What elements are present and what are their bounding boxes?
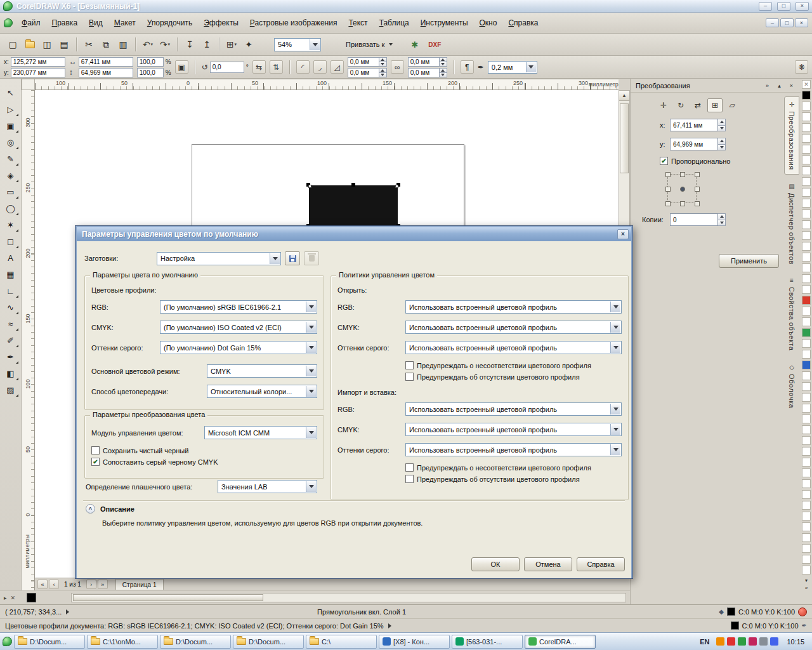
no-color-swatch[interactable]: ✕ bbox=[802, 80, 811, 89]
corner-node[interactable] bbox=[308, 185, 311, 188]
scrollbar-thumb[interactable] bbox=[73, 594, 263, 601]
color-swatch[interactable] bbox=[802, 404, 811, 413]
corner-chamfer-button[interactable]: ◿ bbox=[331, 60, 344, 74]
polygon-tool[interactable]: ✶ bbox=[3, 217, 19, 232]
spin-down-icon[interactable] bbox=[439, 72, 447, 77]
last-page-button[interactable]: » bbox=[98, 580, 108, 589]
save-preset-button[interactable] bbox=[285, 251, 300, 265]
menu-layout[interactable]: Макет bbox=[108, 15, 141, 30]
taskbar-item[interactable]: [Х8] - Кон... bbox=[379, 635, 450, 649]
import-policy-combo[interactable]: Использовать встроенный цветовой профиль bbox=[405, 423, 622, 436]
taskbar-item[interactable]: C:\1\onMo... bbox=[87, 635, 158, 649]
anchor-point[interactable] bbox=[665, 172, 671, 177]
color-swatch[interactable] bbox=[802, 199, 811, 208]
chevron-down-icon[interactable] bbox=[306, 386, 316, 397]
chevron-down-icon[interactable] bbox=[610, 342, 620, 353]
taskbar-item[interactable]: D:\Docum... bbox=[14, 635, 85, 649]
link-corners-button[interactable]: ∞ bbox=[391, 60, 404, 74]
options-button[interactable]: ✱ bbox=[411, 40, 418, 50]
mdi-restore-button[interactable]: □ bbox=[780, 18, 794, 27]
dialog-close-button[interactable]: × bbox=[617, 229, 629, 239]
paste-button[interactable]: ▥ bbox=[115, 37, 131, 52]
color-swatch[interactable] bbox=[802, 263, 811, 272]
tray-icon-6[interactable] bbox=[770, 637, 778, 646]
corner-node[interactable] bbox=[395, 185, 398, 188]
import-button[interactable]: ↧ bbox=[182, 37, 197, 52]
zoom-level-combo[interactable]: 54% bbox=[274, 38, 321, 51]
profile-combo[interactable]: (По умолчанию) sRGB IEC61966-2.1 bbox=[160, 300, 317, 314]
color-swatch[interactable] bbox=[802, 274, 811, 283]
color-swatch[interactable] bbox=[802, 188, 811, 197]
outline-width-combo[interactable]: 0,2 мм bbox=[488, 61, 537, 74]
delete-preset-button[interactable] bbox=[304, 251, 319, 265]
docker-side-tab[interactable]: ✛Преобразования bbox=[784, 96, 799, 175]
color-swatch[interactable] bbox=[802, 307, 811, 315]
menu-window[interactable]: Окно bbox=[474, 15, 503, 30]
rectangle-tool[interactable]: ▭ bbox=[3, 184, 19, 199]
color-swatch[interactable] bbox=[802, 296, 811, 305]
horizontal-scrollbar[interactable] bbox=[71, 593, 626, 602]
copies-field[interactable]: 0 bbox=[670, 213, 718, 226]
spin-down-icon[interactable] bbox=[717, 220, 726, 227]
mirror-vertical-button[interactable]: ⇅ bbox=[270, 60, 283, 74]
snap-to-dropdown[interactable]: Привязать к bbox=[340, 37, 398, 51]
menu-edit[interactable]: Правка bbox=[46, 15, 84, 30]
color-swatch[interactable] bbox=[802, 285, 811, 294]
corner-spinner[interactable] bbox=[440, 68, 447, 77]
shape-tool[interactable]: ▷ bbox=[3, 102, 19, 117]
copies-spinner[interactable] bbox=[718, 213, 726, 226]
anchor-point[interactable] bbox=[665, 187, 671, 192]
chevron-down-icon[interactable] bbox=[306, 481, 316, 492]
color-swatch[interactable] bbox=[802, 544, 811, 553]
position-tab[interactable]: ✛ bbox=[656, 98, 671, 112]
mirror-horizontal-button[interactable]: ⇆ bbox=[252, 60, 266, 74]
color-swatch[interactable] bbox=[802, 501, 811, 510]
connector-tool[interactable]: ∿ bbox=[3, 300, 19, 315]
mdi-minimize-button[interactable]: – bbox=[766, 18, 779, 27]
chevron-down-icon[interactable] bbox=[610, 424, 620, 435]
minimize-button[interactable]: – bbox=[759, 2, 772, 11]
spin-down-icon[interactable] bbox=[379, 62, 387, 67]
language-indicator[interactable]: EN bbox=[700, 638, 709, 646]
taskbar-item[interactable]: [563-031-... bbox=[452, 635, 523, 649]
warn-mismatch-checkbox[interactable] bbox=[405, 361, 414, 369]
text-wrap-button[interactable]: ¶ bbox=[461, 60, 474, 74]
first-page-button[interactable]: « bbox=[37, 580, 48, 589]
proportional-checkbox[interactable]: ✔ bbox=[660, 157, 668, 165]
chevron-down-icon[interactable] bbox=[610, 302, 620, 312]
palette-flyout-icon[interactable]: « bbox=[802, 584, 811, 592]
print-button[interactable]: ▤ bbox=[56, 37, 72, 52]
chevron-down-icon[interactable] bbox=[306, 302, 316, 312]
presets-combo[interactable]: Настройка bbox=[157, 252, 281, 265]
corner-radius-field[interactable]: 0,0 мм bbox=[408, 68, 440, 77]
close-button[interactable]: × bbox=[796, 2, 809, 11]
maximize-button[interactable]: □ bbox=[777, 2, 790, 11]
outline-pen-tool[interactable]: ✒ bbox=[3, 349, 19, 364]
anchor-point[interactable] bbox=[665, 201, 671, 206]
color-swatch[interactable] bbox=[802, 242, 811, 251]
spin-down-icon[interactable] bbox=[379, 72, 387, 77]
blend-tool[interactable]: ≈ bbox=[3, 316, 19, 331]
menu-arrange[interactable]: Упорядочить bbox=[141, 15, 198, 30]
color-swatch[interactable] bbox=[802, 102, 811, 110]
palette-scroll-down-icon[interactable]: ▾ bbox=[802, 576, 811, 584]
page-tab[interactable]: Страница 1 bbox=[115, 579, 164, 590]
color-swatch[interactable] bbox=[802, 91, 811, 100]
rotate-tab[interactable]: ↻ bbox=[673, 98, 688, 112]
spin-down-icon[interactable] bbox=[717, 144, 726, 151]
undo-button[interactable]: ↶▾ bbox=[140, 37, 155, 52]
horizontal-ruler[interactable]: 10050050100150200250300миллиметры bbox=[35, 79, 619, 90]
tray-icon-2[interactable] bbox=[727, 637, 735, 646]
docker-side-tab[interactable]: ≡Свойства объекта bbox=[784, 272, 799, 355]
taskbar-clock[interactable]: 10:15 bbox=[787, 638, 804, 646]
color-swatch[interactable] bbox=[802, 458, 811, 467]
color-swatch[interactable] bbox=[802, 555, 811, 564]
eyedropper-tool[interactable]: ✐ bbox=[3, 333, 19, 348]
play-icon[interactable]: ▸ bbox=[4, 595, 7, 601]
anchor-point[interactable] bbox=[695, 172, 700, 177]
color-swatch[interactable] bbox=[802, 220, 811, 229]
y-size-field[interactable]: 64,969 мм bbox=[670, 138, 718, 150]
cut-button[interactable]: ✂ bbox=[81, 37, 96, 52]
color-swatch[interactable] bbox=[802, 209, 811, 218]
text-tool[interactable]: А bbox=[3, 250, 19, 265]
